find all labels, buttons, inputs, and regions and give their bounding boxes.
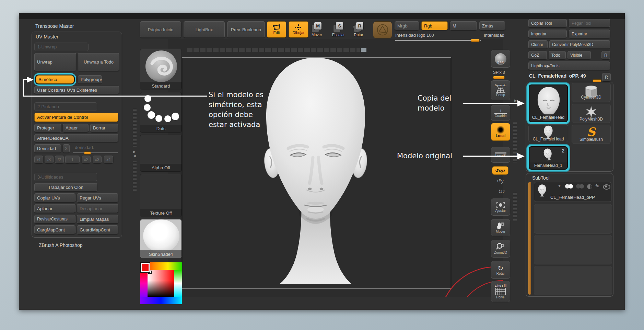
make-polymesh-button[interactable]: Convertir PolyMesh3D (549, 40, 610, 49)
document-canvas[interactable] (168, 39, 503, 297)
hue-ring-left[interactable] (140, 270, 148, 297)
subtool-brush-icon[interactable]: ✎ (595, 183, 600, 190)
mult-x4-button[interactable]: x4 (104, 156, 113, 163)
symmetric-button[interactable]: Simétrico (36, 75, 74, 84)
mult-div4-button[interactable]: /4 (34, 156, 43, 163)
rgb-button[interactable]: Rgb (421, 21, 448, 30)
right-divider-scrollbar[interactable] (513, 192, 517, 221)
mult-one-button[interactable]: 1 (65, 156, 80, 163)
local-button[interactable]: Local (491, 123, 510, 141)
copy-tool-button[interactable]: Copiar Tool (528, 19, 567, 27)
flatten-button[interactable]: Aplanar (34, 204, 75, 213)
scale-button[interactable]: S Escalar (332, 22, 345, 37)
halfcircle-icon[interactable] (587, 184, 592, 189)
all-button[interactable]: Todo (549, 51, 566, 59)
paste-tool-button[interactable]: Pegar Tool (569, 19, 610, 27)
goz-button[interactable]: GoZ (528, 51, 547, 59)
divider-arrow-icon[interactable]: ▶ (514, 99, 517, 102)
m-button[interactable]: M (450, 21, 477, 30)
mrgb-button[interactable]: Mrgb (395, 21, 419, 30)
unwrap-all-button[interactable]: Unwrap a Todo (78, 53, 119, 71)
zbrush-to-photoshop-label[interactable]: ZBrush A Photoshop (39, 242, 83, 248)
zoom3d-button[interactable]: Zoom3D (491, 240, 510, 258)
adjust-button[interactable]: Ajustar (491, 198, 510, 216)
transpose-master-title[interactable]: Transpose Master (35, 23, 74, 29)
current-tool-name[interactable]: CL_FemaleHead_oPP. 49 (529, 73, 586, 79)
rotate-canvas-button[interactable]: ↻ Rotar (491, 261, 510, 279)
divider-arrow-icon[interactable]: ◀ (517, 157, 519, 160)
subtool-item[interactable]: ▼ ✎ CL_FemaleHead_oPP (534, 182, 611, 202)
export-button[interactable]: Exportar (569, 30, 610, 38)
tool-thumb-original-selected[interactable]: 2 FemaleHead_1 (529, 147, 567, 169)
female-head-model[interactable] (250, 55, 381, 293)
unwrap-button[interactable]: Unwrap (34, 53, 76, 71)
rgb-intensity-slider[interactable] (395, 40, 481, 41)
copy-uvs-button[interactable]: Copiar UVs (34, 193, 75, 202)
use-uv-seams-button[interactable]: Usar Costuras UVs Existentes (34, 86, 119, 94)
locals-button[interactable]: LocalS (491, 147, 510, 163)
tool-thumb-head-small[interactable]: CL_FemaleHead (528, 124, 568, 142)
density-x-button[interactable]: X (63, 144, 70, 153)
tool-thumb-simplebrush[interactable]: S SimpleBrush (572, 125, 611, 144)
gy-icon[interactable]: ↺y (497, 178, 504, 184)
polypaint-on2-icon[interactable] (569, 184, 573, 189)
density-slider-handle[interactable] (84, 151, 91, 155)
uv-master-header[interactable]: UV Master (36, 34, 58, 39)
attract-from-oa-button[interactable]: AtraerDesdeOA (34, 134, 118, 142)
subtool-empty-slot[interactable] (534, 235, 612, 264)
tool-r-button[interactable]: R (602, 73, 611, 81)
stroke-thumb[interactable]: Dots (140, 92, 182, 133)
enable-control-painting-button[interactable]: Activar Pintura de Control (34, 113, 118, 122)
rotate-button[interactable]: R Rotar (353, 22, 364, 37)
subtool-visibility-eye-icon[interactable] (603, 184, 610, 190)
hue-ring-bottom[interactable] (140, 297, 182, 304)
left-divider-scrollbar[interactable] (133, 108, 137, 147)
edit-button[interactable]: Edit (267, 21, 286, 38)
protect-button[interactable]: Proteger (34, 124, 61, 132)
clean-maps-button[interactable]: Limpiar Mapas (77, 215, 118, 224)
load-map-button[interactable]: CargMapCont (34, 225, 75, 234)
subtool-collapse-icon[interactable]: ▼ (558, 184, 561, 188)
polygroups-button[interactable]: Polygroups (78, 75, 102, 84)
goz-r-button[interactable]: R (601, 51, 610, 59)
tray-handle[interactable] (361, 48, 366, 52)
canvas-tray[interactable] (187, 48, 360, 52)
unflatten-button[interactable]: Desaplanar (77, 204, 118, 213)
bpr-button[interactable]: BPR (491, 50, 510, 68)
dynamic-persp-button[interactable]: Dynamic Persp (491, 80, 510, 100)
mult-div3-button[interactable]: /3 (45, 156, 54, 163)
attract-button[interactable]: Atraer (63, 124, 89, 132)
material-thumb[interactable]: SkinShade4 (140, 219, 182, 258)
erase-button[interactable]: Borrar (90, 124, 118, 132)
divider-arrow-icon[interactable]: ▶ (517, 152, 519, 156)
zadd-button[interactable]: Zmás (479, 21, 505, 30)
brush-thumb[interactable]: Standard (140, 49, 182, 90)
current-color-swatch[interactable] (141, 263, 150, 272)
move-button[interactable]: M Mover (312, 22, 322, 37)
quadric-button[interactable]: ↓ Cuadric (491, 105, 510, 121)
gz-icon[interactable]: ↻z (498, 189, 505, 195)
hue-ring-right[interactable] (174, 270, 182, 297)
gxyz-button[interactable]: ↺xyz (492, 166, 508, 175)
check-seams-button[interactable]: RevisarCosturas (34, 215, 75, 224)
lightbox-tools-button[interactable]: Lightbox▶Tools (528, 61, 610, 70)
mult-x2-button[interactable]: x2 (82, 156, 91, 163)
density-slider[interactable] (73, 152, 118, 153)
mult-x3-button[interactable]: x3 (93, 156, 102, 163)
density-button[interactable]: Densidad (34, 144, 61, 153)
color-picker[interactable] (140, 262, 182, 304)
visible-button[interactable]: Visible (567, 51, 591, 59)
draw-button[interactable]: Dibujar (289, 21, 308, 38)
preview-boolean-button[interactable]: Prev. Booleana (227, 21, 265, 38)
tool-thumb-polymesh[interactable]: PolyMesh3D (572, 104, 611, 123)
divider-arrow-icon[interactable]: ▶ (133, 150, 136, 153)
move-canvas-button[interactable]: Mover (491, 219, 510, 236)
subtool-header[interactable]: SubTool (532, 175, 550, 181)
rgb-intensity-handle[interactable] (471, 39, 480, 42)
texture-thumb[interactable]: Texture Off (140, 174, 182, 217)
polypaint-off2-icon[interactable] (579, 184, 584, 189)
mult-div2-button[interactable]: /2 (55, 156, 64, 163)
spix-slider[interactable] (493, 76, 505, 79)
tool-thumb-copy-selected[interactable]: CL_FemaleHead (529, 85, 567, 122)
subtool-empty-slot[interactable] (534, 204, 612, 234)
